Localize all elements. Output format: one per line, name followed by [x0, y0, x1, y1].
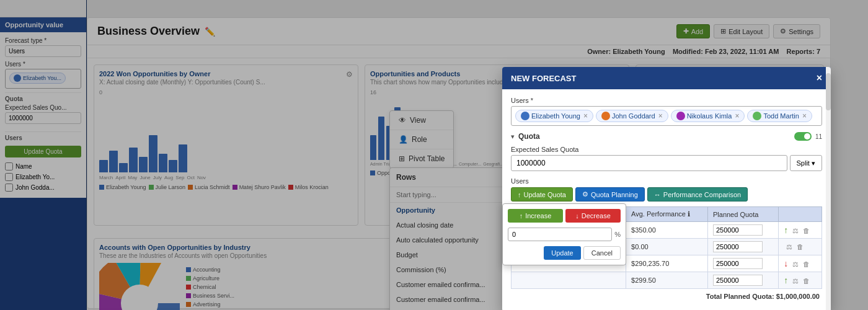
percent-label: %: [614, 231, 621, 238]
inc-dec-input-row: %: [508, 228, 621, 241]
row4-arrow-up[interactable]: ↑: [784, 275, 788, 285]
users-form-row: Users * Elizabeth Young × John Goddard ×: [511, 97, 822, 126]
chip-kimla: Nikolaus Kimla ×: [671, 110, 745, 122]
row3-avg: $290,235.70: [626, 255, 708, 272]
update-quota-label: Update Quota: [524, 191, 567, 198]
decrease-label: Decrease: [582, 212, 611, 219]
toggle-on-label: 11: [815, 133, 822, 140]
chip-goddard: John Goddard ×: [596, 110, 668, 122]
modal-scrollbar-track[interactable]: [826, 67, 831, 310]
users-chips-container[interactable]: Elizabeth Young × John Goddard × Nikolau…: [511, 106, 822, 126]
avatar-martin-modal: [753, 112, 761, 120]
decrease-arrow-icon: ↓: [575, 212, 579, 219]
inc-dec-cancel-btn[interactable]: Cancel: [583, 246, 621, 260]
row1-planned-input[interactable]: [713, 224, 763, 236]
row2-planned: [707, 239, 778, 255]
avatar-kimla-modal: [676, 112, 685, 120]
row1-balance-icon[interactable]: ⚖: [792, 227, 799, 234]
modal-scrollbar-thumb[interactable]: [826, 73, 831, 110]
row1-planned: [707, 222, 778, 239]
quota-total: Total Planned Quota: $1,000,000.00: [511, 289, 822, 304]
quota-section-bar: ▾ Quota 11: [511, 132, 822, 141]
increase-button[interactable]: ↑ Increase: [508, 209, 563, 223]
increase-arrow-icon: ↑: [520, 212, 523, 219]
row2-planned-input[interactable]: [713, 241, 763, 252]
update-quota-icon: ↑: [518, 191, 521, 198]
increase-label: Increase: [525, 212, 551, 219]
modal-title: NEW FORECAST: [511, 74, 576, 83]
row1-arrow-up[interactable]: ↑: [784, 225, 788, 235]
row4-avg: $299.50: [626, 272, 708, 289]
row4-planned-input[interactable]: [713, 275, 763, 286]
row3-planned-input[interactable]: [713, 258, 763, 269]
row3-planned: [707, 255, 778, 272]
performance-icon: ↔: [654, 191, 661, 198]
chip-martin-name: Todd Martin: [763, 112, 799, 120]
table-header-actions: [779, 207, 822, 222]
quota-section-toggle[interactable]: ▾: [511, 133, 515, 141]
chip-kimla-name: Nikolaus Kimla: [687, 112, 732, 120]
row4-actions: ↑ ⚖ 🗑: [779, 272, 822, 289]
row3-balance-icon[interactable]: ⚖: [792, 260, 799, 268]
new-forecast-modal: NEW FORECAST × Users * Elizabeth Young ×: [502, 67, 831, 310]
table-header-avg: Avg. Performance ℹ: [626, 207, 708, 222]
performance-label: Performance Comparison: [663, 191, 741, 198]
row4-balance-icon[interactable]: ⚖: [792, 277, 799, 285]
inc-dec-value-input[interactable]: [508, 228, 612, 241]
row2-actions: ⚖ 🗑: [779, 239, 822, 255]
row3-arrow-down[interactable]: ↓: [784, 259, 788, 268]
modal-header: NEW FORECAST ×: [502, 67, 831, 89]
chip-elizabeth-close[interactable]: ×: [583, 112, 588, 120]
quota-section-title: Quota: [518, 132, 790, 141]
quota-planning-label: Quota Planning: [591, 191, 638, 198]
inc-dec-actions: Update Cancel: [508, 246, 621, 260]
update-quota-btn[interactable]: ↑ Update Quota: [511, 187, 573, 202]
avatar-goddard-modal: [601, 112, 610, 120]
table-header-planned: Planned Quota: [707, 207, 778, 222]
quota-toggle-switch[interactable]: [794, 132, 812, 141]
modal-users-section-label: Users: [511, 177, 822, 185]
quota-planning-btn[interactable]: ⚙ Quota Planning: [575, 187, 645, 202]
expected-sales-label: Expected Sales Quota: [511, 146, 822, 153]
toggle-knob: [804, 133, 810, 140]
total-label: Total Planned Quota:: [706, 293, 774, 300]
inc-dec-buttons: ↑ Increase ↓ Decrease: [508, 209, 621, 223]
chip-goddard-close[interactable]: ×: [658, 112, 663, 120]
chip-goddard-name: John Goddard: [612, 112, 655, 120]
row4-delete-icon[interactable]: 🗑: [803, 277, 810, 285]
chip-martin-close[interactable]: ×: [802, 112, 807, 120]
chip-martin: Todd Martin ×: [747, 110, 812, 122]
row1-actions: ↑ ⚖ 🗑: [779, 222, 822, 239]
chip-elizabeth-name: Elizabeth Young: [531, 112, 580, 120]
table-row-4: $299.50 ↑ ⚖ 🗑: [512, 272, 822, 289]
row4-period: [512, 272, 626, 289]
row1-delete-icon[interactable]: 🗑: [803, 227, 810, 234]
row4-planned: [707, 272, 778, 289]
row2-avg: $0.00: [626, 239, 708, 255]
row3-delete-icon[interactable]: 🗑: [803, 260, 810, 268]
inc-dec-popup: ↑ Increase ↓ Decrease % Update Cancel: [502, 203, 626, 265]
modal-scroll-area: Users * Elizabeth Young × John Goddard ×: [511, 97, 822, 304]
row2-balance-icon[interactable]: ⚖: [786, 243, 792, 250]
inc-dec-update-btn[interactable]: Update: [544, 246, 580, 260]
decrease-button[interactable]: ↓ Decrease: [565, 209, 621, 223]
chip-kimla-close[interactable]: ×: [735, 112, 739, 120]
row3-actions: ↓ ⚖ 🗑: [779, 255, 822, 272]
split-button[interactable]: Split ▾: [790, 155, 822, 171]
quota-planning-icon: ⚙: [582, 190, 588, 198]
row1-avg: $350.00: [626, 222, 708, 239]
avatar-elizabeth-modal: [521, 112, 529, 120]
expected-sales-row: Expected Sales Quota Split ▾: [511, 146, 822, 171]
split-row: Split ▾: [511, 155, 822, 171]
modal-body: Users * Elizabeth Young × John Goddard ×: [502, 89, 831, 310]
chip-elizabeth: Elizabeth Young ×: [515, 110, 593, 122]
users-field-label: Users *: [511, 97, 822, 104]
total-value: $1,000,000.00: [776, 293, 820, 300]
modal-close-btn[interactable]: ×: [817, 73, 822, 83]
performance-comparison-btn[interactable]: ↔ Performance Comparison: [647, 187, 748, 202]
quota-actions: ↑ Update Quota ⚙ Quota Planning ↔ Perfor…: [511, 187, 822, 202]
expected-sales-input[interactable]: [511, 155, 787, 171]
row2-delete-icon[interactable]: 🗑: [797, 243, 804, 250]
